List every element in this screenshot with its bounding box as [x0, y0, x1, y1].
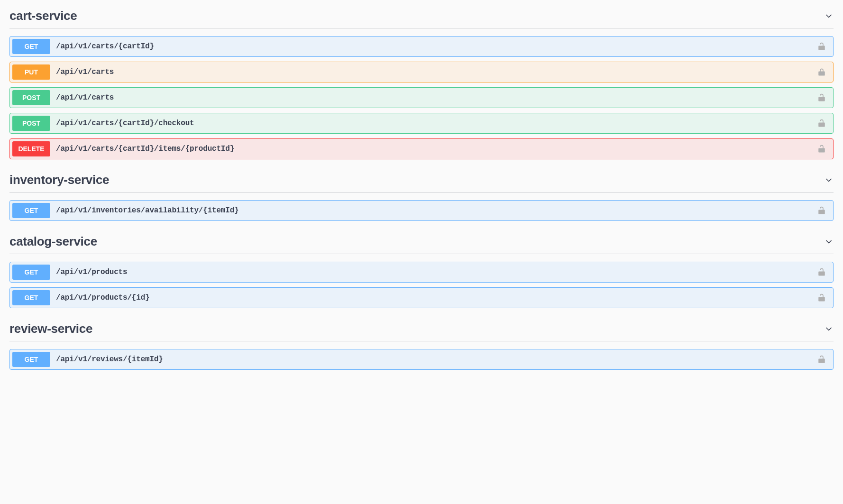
- section-header[interactable]: cart-service: [9, 0, 834, 28]
- section-title: review-service: [9, 321, 92, 336]
- chevron-down-icon[interactable]: [824, 324, 834, 334]
- endpoint-path: /api/v1/carts/{cartId}: [50, 42, 816, 51]
- operation-list: GET/api/v1/productsGET/api/v1/products/{…: [9, 254, 834, 308]
- endpoint-path: /api/v1/inventories/availability/{itemId…: [50, 206, 816, 215]
- operation-row[interactable]: GET/api/v1/inventories/availability/{ite…: [9, 200, 834, 221]
- chevron-down-icon[interactable]: [824, 175, 834, 185]
- section-header[interactable]: inventory-service: [9, 164, 834, 192]
- operation-row[interactable]: PUT/api/v1/carts: [9, 62, 834, 82]
- endpoint-path: /api/v1/products: [50, 268, 816, 276]
- endpoint-path: /api/v1/carts: [50, 93, 816, 102]
- method-badge: GET: [12, 265, 50, 280]
- lock-open-icon[interactable]: [816, 92, 827, 103]
- endpoint-path: /api/v1/carts: [50, 68, 816, 76]
- endpoint-path: /api/v1/carts/{cartId}/items/{productId}: [50, 145, 816, 153]
- section-header[interactable]: catalog-service: [9, 226, 834, 254]
- operation-row[interactable]: GET/api/v1/carts/{cartId}: [9, 36, 834, 57]
- lock-open-icon[interactable]: [816, 41, 827, 52]
- operation-row[interactable]: GET/api/v1/products: [9, 262, 834, 283]
- endpoint-path: /api/v1/carts/{cartId}/checkout: [50, 119, 816, 128]
- method-badge: POST: [12, 90, 50, 105]
- section-title: inventory-service: [9, 173, 109, 187]
- operation-row[interactable]: DELETE/api/v1/carts/{cartId}/items/{prod…: [9, 138, 834, 159]
- section-header[interactable]: review-service: [9, 313, 834, 341]
- operation-list: GET/api/v1/reviews/{itemId}: [9, 341, 834, 370]
- lock-open-icon[interactable]: [816, 293, 827, 303]
- api-section: inventory-serviceGET/api/v1/inventories/…: [9, 164, 834, 221]
- lock-open-icon[interactable]: [816, 267, 827, 277]
- api-section: catalog-serviceGET/api/v1/productsGET/ap…: [9, 226, 834, 308]
- method-badge: DELETE: [12, 141, 50, 156]
- method-badge: GET: [12, 203, 50, 218]
- lock-closed-icon[interactable]: [816, 67, 827, 77]
- section-title: catalog-service: [9, 234, 97, 249]
- lock-open-icon[interactable]: [816, 118, 827, 128]
- method-badge: GET: [12, 39, 50, 54]
- operation-row[interactable]: GET/api/v1/products/{id}: [9, 287, 834, 308]
- operation-list: GET/api/v1/inventories/availability/{ite…: [9, 192, 834, 221]
- operation-row[interactable]: GET/api/v1/reviews/{itemId}: [9, 349, 834, 370]
- api-section: review-serviceGET/api/v1/reviews/{itemId…: [9, 313, 834, 370]
- endpoint-path: /api/v1/reviews/{itemId}: [50, 355, 816, 364]
- operation-row[interactable]: POST/api/v1/carts: [9, 87, 834, 108]
- method-badge: GET: [12, 290, 50, 305]
- lock-open-icon[interactable]: [816, 205, 827, 216]
- method-badge: GET: [12, 352, 50, 367]
- lock-open-icon[interactable]: [816, 144, 827, 154]
- section-title: cart-service: [9, 9, 77, 23]
- chevron-down-icon[interactable]: [824, 237, 834, 247]
- api-section: cart-serviceGET/api/v1/carts/{cartId}PUT…: [9, 0, 834, 159]
- method-badge: POST: [12, 116, 50, 131]
- operation-row[interactable]: POST/api/v1/carts/{cartId}/checkout: [9, 113, 834, 134]
- lock-open-icon[interactable]: [816, 354, 827, 365]
- endpoint-path: /api/v1/products/{id}: [50, 293, 816, 302]
- method-badge: PUT: [12, 64, 50, 80]
- operation-list: GET/api/v1/carts/{cartId}PUT/api/v1/cart…: [9, 28, 834, 159]
- chevron-down-icon[interactable]: [824, 11, 834, 21]
